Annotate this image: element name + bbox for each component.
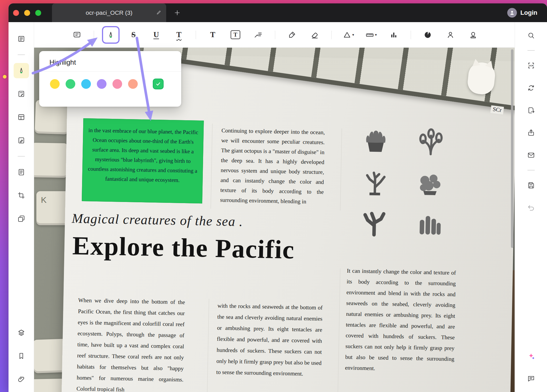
comments-panel-button[interactable]: [523, 371, 539, 386]
check-icon: [155, 81, 161, 87]
photo-keyboard-key: [34, 379, 66, 392]
convert-button[interactable]: [523, 80, 539, 96]
crop-tool-button[interactable]: [14, 188, 29, 203]
column-divider: [338, 269, 340, 392]
underline-button[interactable]: U: [149, 27, 164, 43]
rename-icon[interactable]: [156, 10, 162, 15]
sidebar-divider: [18, 54, 25, 55]
comment-tool-button[interactable]: [14, 86, 29, 102]
swatch-yellow[interactable]: [50, 79, 60, 89]
attachments-panel-button[interactable]: [14, 372, 29, 387]
squiggly-underline-button[interactable]: T: [171, 27, 187, 43]
person-icon: [509, 10, 515, 16]
measure-icon: [366, 31, 374, 39]
callout-button[interactable]: [250, 27, 266, 43]
swatch-purple[interactable]: [97, 79, 107, 89]
save-button[interactable]: [523, 178, 539, 193]
note-button[interactable]: [69, 27, 85, 43]
undo-button[interactable]: [523, 200, 539, 215]
text-box-button[interactable]: T: [228, 27, 243, 43]
form-tool-button[interactable]: [14, 109, 29, 125]
chart-button[interactable]: [386, 27, 402, 43]
highlight-button[interactable]: [103, 27, 118, 43]
scrollbar-thumb[interactable]: [511, 49, 513, 248]
creature-image-sea-anemone: [351, 121, 401, 161]
sticker-icon: [423, 31, 432, 39]
highlighter-icon: [17, 67, 25, 75]
signature-icon: [446, 31, 455, 39]
page-text-icon: [17, 168, 25, 176]
layers-icon: [17, 329, 25, 337]
swatch-divider: [145, 79, 145, 88]
ocr-icon: OCR: [527, 62, 535, 69]
ocr-button[interactable]: OCR: [523, 58, 539, 73]
photo-label: SCr: [490, 105, 504, 114]
eraser-button[interactable]: [307, 27, 322, 43]
active-tool-indicator-dot: [3, 75, 7, 79]
fan-coral-icon: [415, 126, 447, 159]
minimize-button[interactable]: [24, 10, 30, 16]
login-label: Login: [520, 9, 537, 16]
highlight-color-popup: Highlight: [39, 51, 181, 107]
new-tab-button[interactable]: [174, 9, 181, 16]
close-button[interactable]: [13, 10, 19, 16]
sign-tool-button[interactable]: [14, 133, 29, 148]
svg-text:OCR: OCR: [529, 64, 534, 67]
window-controls: [13, 10, 41, 16]
organize-pages-tool-button[interactable]: [14, 211, 29, 226]
column-divider: [340, 128, 342, 211]
sign-icon: [17, 136, 25, 144]
swatch-selected-green[interactable]: [153, 79, 164, 89]
bookmarks-panel-button[interactable]: [14, 348, 29, 364]
highlight-tool-button[interactable]: [14, 63, 29, 78]
toolbar-divider: [275, 31, 275, 39]
chat-icon: [527, 375, 535, 383]
shapes-button[interactable]: ▾: [341, 27, 356, 43]
undo-icon: [527, 204, 535, 212]
export-pdf-button[interactable]: [523, 103, 539, 118]
layers-panel-button[interactable]: [14, 325, 29, 340]
measure-button[interactable]: ▾: [364, 27, 379, 43]
zoom-button[interactable]: [35, 10, 41, 16]
note-icon: [73, 31, 81, 39]
swatch-green[interactable]: [66, 79, 75, 89]
vertical-scrollbar[interactable]: [511, 49, 513, 251]
pen-button[interactable]: [284, 27, 300, 43]
ai-icon: [527, 352, 535, 360]
squiggly-underline-glyph: T: [176, 31, 181, 39]
underline-glyph: U: [153, 31, 159, 39]
reader-icon: [17, 35, 25, 43]
email-button[interactable]: [523, 147, 539, 163]
swatch-pink[interactable]: [112, 79, 122, 89]
color-swatch-row: [39, 72, 181, 89]
organize-icon: [17, 215, 25, 223]
creature-image-staghorn-coral: [349, 203, 399, 243]
login-button[interactable]: Login: [507, 8, 537, 18]
swatch-salmon[interactable]: [128, 79, 138, 89]
tab-title: ocr-paci_OCR (3): [86, 9, 133, 16]
share-button[interactable]: [523, 125, 539, 140]
swatch-cyan[interactable]: [81, 79, 91, 89]
signature-button[interactable]: [443, 27, 458, 43]
staghorn-coral-icon: [358, 207, 391, 239]
mail-icon: [527, 151, 535, 159]
stamp-button[interactable]: [465, 27, 481, 43]
strikethrough-button[interactable]: S: [126, 27, 141, 43]
add-text-button[interactable]: T: [205, 27, 220, 43]
desktop-background: ocr-paci_OCR (3) Login SUTTT▾▾ K: [0, 0, 547, 392]
ai-assistant-button[interactable]: [523, 349, 539, 364]
stamp-icon: [469, 31, 477, 39]
subheading: Magical creatures of the sea .: [72, 210, 243, 229]
highlighter-icon: [107, 31, 115, 39]
reader-mode-button[interactable]: [14, 31, 29, 47]
search-button[interactable]: [523, 28, 539, 43]
toolbar-divider: [411, 31, 411, 39]
sticker-button[interactable]: [420, 27, 435, 43]
highlighted-text[interactable]: in the vast embrace of our blue planet, …: [82, 118, 204, 203]
crop-icon: [17, 191, 25, 199]
sidebar-divider: [527, 50, 535, 51]
pen-icon: [288, 31, 296, 39]
page-text-tool-button[interactable]: [14, 165, 29, 180]
document-tab[interactable]: ocr-paci_OCR (3): [52, 3, 166, 22]
shapes-icon: [343, 31, 351, 39]
